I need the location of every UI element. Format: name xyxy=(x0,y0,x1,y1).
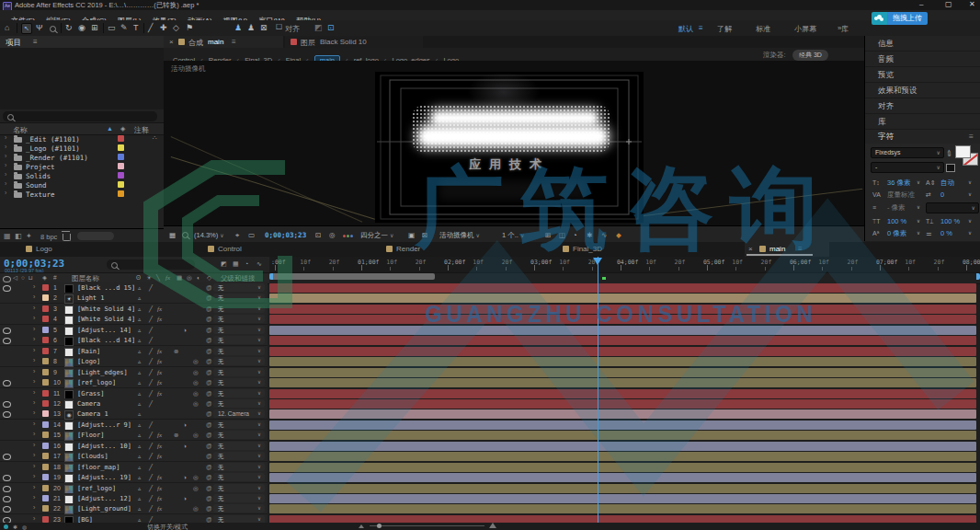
layer-name[interactable]: [Adjust... 10] xyxy=(77,443,131,450)
transform-box-icon[interactable]: ⊡ xyxy=(327,23,335,32)
pan-behind-tool-icon[interactable]: ⊞ xyxy=(91,23,98,32)
expand-icon[interactable]: › xyxy=(5,180,6,187)
label-swatch[interactable] xyxy=(42,348,49,354)
dock-panel-信息[interactable]: 信息 xyxy=(865,36,980,52)
expand-icon[interactable]: › xyxy=(5,162,6,168)
chevron-down-icon[interactable]: ∨ xyxy=(257,327,261,332)
pickwhip-icon[interactable]: @ xyxy=(206,327,212,333)
sort-asc-icon[interactable]: ▲ xyxy=(107,125,113,132)
label-swatch[interactable] xyxy=(118,190,124,197)
layer-duration-bar[interactable] xyxy=(269,431,976,440)
label-swatch[interactable] xyxy=(42,464,49,470)
view-layout-dropdown[interactable]: 1 个.. ∨ xyxy=(502,231,524,240)
label-swatch[interactable] xyxy=(118,163,124,169)
parent-value[interactable]: 无 xyxy=(218,294,224,303)
chevron-down-icon[interactable]: ∨ xyxy=(257,516,261,522)
fx-switch[interactable]: fx xyxy=(157,316,162,323)
eye-icon[interactable] xyxy=(3,401,11,408)
grid-icon[interactable]: ◩ xyxy=(314,23,323,32)
q-switch[interactable]: ╱ xyxy=(149,284,153,292)
parent-value[interactable]: 无 xyxy=(218,305,224,314)
close-button[interactable]: ✕ xyxy=(969,0,975,8)
collapse-switch[interactable]: ▵ xyxy=(138,379,141,386)
collapse-switch[interactable]: ▵ xyxy=(138,485,141,492)
expand-icon[interactable]: › xyxy=(33,431,35,437)
eye-icon[interactable] xyxy=(3,285,11,292)
grid-guides-icon[interactable]: ⊞ xyxy=(545,231,551,239)
baseline-shift-value[interactable]: 0 像素 xyxy=(887,229,906,238)
chevron-down-icon[interactable]: ∨ xyxy=(257,379,261,385)
frame-blend-toggle-icon[interactable]: ▦ xyxy=(233,260,239,268)
eye-icon[interactable] xyxy=(3,454,11,460)
q-switch[interactable]: ╱ xyxy=(149,443,153,450)
more-workspaces[interactable]: » xyxy=(838,24,841,32)
expand-icon[interactable]: › xyxy=(33,283,35,290)
fx-switch[interactable]: fx xyxy=(157,348,162,355)
eye-icon[interactable] xyxy=(3,486,11,492)
parent-value[interactable]: 无 xyxy=(218,443,224,451)
workspace-默认[interactable]: 默认 xyxy=(678,24,693,34)
parent-value[interactable]: 无 xyxy=(218,485,224,493)
parent-value[interactable]: 无 xyxy=(218,400,224,409)
playhead-line[interactable] xyxy=(598,257,598,530)
proportional-spacing-value[interactable]: 0 % xyxy=(940,229,952,237)
parent-value[interactable]: 无 xyxy=(218,369,224,377)
parent-value[interactable]: 无 xyxy=(218,337,224,345)
parent-value[interactable]: 无 xyxy=(218,316,224,324)
work-area-bar[interactable] xyxy=(269,273,435,280)
label-swatch[interactable] xyxy=(118,154,124,160)
collapse-switch[interactable]: ▵ xyxy=(138,421,141,429)
parent-value[interactable]: 无 xyxy=(218,505,224,513)
fx-switch[interactable]: fx xyxy=(157,453,162,460)
half-switch[interactable]: ◑ xyxy=(183,421,187,428)
expand-icon[interactable]: › xyxy=(33,389,35,396)
ruler-icon[interactable]: ▭ xyxy=(248,231,255,239)
parent-value[interactable]: 无 xyxy=(218,474,224,482)
layer-row-13[interactable]: ›13◉Camera 1▵@12. Camera∨ xyxy=(0,409,268,420)
eyedropper-icon[interactable]: ✎ xyxy=(944,147,955,159)
timeline-tab-Control[interactable]: Control xyxy=(218,245,242,253)
expand-icon[interactable]: › xyxy=(33,409,35,416)
layer-duration-bar[interactable] xyxy=(269,442,976,451)
layer-name[interactable]: [ref_logo] xyxy=(77,485,116,492)
layer-name[interactable]: [Grass] xyxy=(77,390,105,398)
q-switch[interactable]: ╱ xyxy=(149,327,153,334)
clip-switch[interactable]: ⊚ xyxy=(174,432,178,439)
expand-icon[interactable]: › xyxy=(33,347,35,353)
project-search-input[interactable] xyxy=(3,111,157,121)
layer-name[interactable]: [floor_map] xyxy=(77,464,120,471)
text-tool-icon[interactable]: T xyxy=(133,23,139,32)
timeline-zoom-track[interactable] xyxy=(370,525,484,526)
expand-icon[interactable]: › xyxy=(33,515,35,522)
panel-menu-icon[interactable]: ≡ xyxy=(969,130,974,144)
blur-switch[interactable]: ◎ xyxy=(193,379,199,386)
half-switch[interactable]: ◑ xyxy=(183,474,187,480)
label-swatch[interactable] xyxy=(42,485,49,491)
timeline-tab-Render[interactable]: Render xyxy=(396,245,420,253)
label-swatch[interactable] xyxy=(42,505,49,512)
exposure-icon[interactable]: ✱ xyxy=(587,231,592,239)
eye-icon[interactable] xyxy=(3,496,11,502)
collapse-switch[interactable]: ▵ xyxy=(138,369,141,376)
pickwhip-icon[interactable]: @ xyxy=(206,400,212,407)
collapse-switch[interactable]: ▵ xyxy=(138,464,141,471)
eye-icon[interactable] xyxy=(3,338,11,344)
pickwhip-icon[interactable]: @ xyxy=(206,284,212,291)
collapse-switch[interactable]: ▵ xyxy=(138,316,141,323)
chevron-down-icon[interactable]: ∨ xyxy=(257,421,261,427)
layer-name[interactable]: [Clouds] xyxy=(77,453,108,460)
parent-value[interactable]: 无 xyxy=(218,453,224,461)
label-swatch[interactable] xyxy=(42,390,49,397)
q-switch[interactable]: ╱ xyxy=(149,379,153,386)
parent-value[interactable]: 无 xyxy=(218,432,224,440)
project-item[interactable]: ›Project xyxy=(0,162,164,171)
character-panel-header[interactable]: 字符 ≡ xyxy=(865,130,980,144)
collapse-switch[interactable]: ▵ xyxy=(138,348,141,355)
collapse-switch[interactable]: ▵ xyxy=(138,358,141,365)
layer-duration-bar[interactable] xyxy=(269,399,976,409)
comp-timecode[interactable]: 0;00;03;23 xyxy=(265,231,306,239)
chevron-down-icon[interactable]: ∨ xyxy=(257,410,261,416)
label-swatch[interactable] xyxy=(42,453,49,459)
layer-duration-bar[interactable] xyxy=(269,463,976,472)
timeline-tab-main[interactable]: main xyxy=(769,245,785,253)
